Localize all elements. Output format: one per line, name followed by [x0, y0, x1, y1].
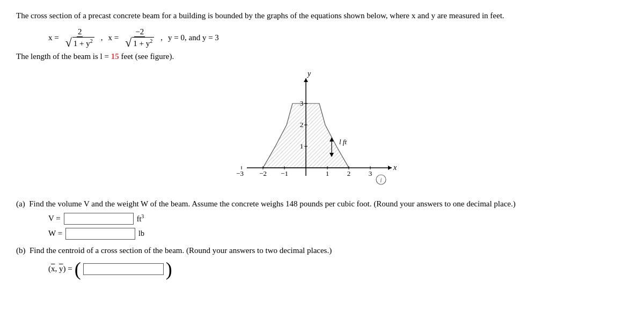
eq2-sqrt-content: 1 + y2: [132, 37, 154, 48]
v-label: V =: [48, 214, 61, 223]
y-label-1: 1: [300, 142, 304, 150]
part-b-text: Find the centroid of a cross section of …: [30, 246, 332, 255]
x-axis-arrow: [388, 166, 392, 170]
part-a-text: Find the volume V and the weight W of th…: [29, 199, 516, 208]
x-axis-label: x: [393, 164, 397, 172]
right-paren: ): [166, 259, 172, 279]
x-label--2: −2: [259, 169, 267, 177]
centroid-row: (x, y) = ( ): [48, 259, 628, 279]
l-ft-label: l ft: [339, 138, 347, 146]
graph-container: x y −3 −2 −1 1 2 3 1: [16, 69, 628, 192]
y-label-3: 3: [300, 99, 304, 107]
x-label--1: −1: [281, 169, 288, 177]
length-line: The length of the beam is l = 15 feet (s…: [16, 52, 628, 61]
v-row: V = ft3: [48, 213, 628, 225]
sqrt-symbol-1: √: [65, 37, 72, 49]
eq-conditions: y = 0, and y = 3: [168, 33, 219, 42]
eq1-sqrt-content: 1 + y2: [72, 37, 94, 48]
y-axis-arrow: [304, 78, 308, 82]
w-unit: lb: [138, 229, 144, 238]
info-icon-label: i: [380, 176, 382, 184]
part-b-section: (b) Find the centroid of a cross section…: [16, 246, 628, 279]
eq1-numerator: 2: [77, 27, 83, 37]
w-input[interactable]: [65, 228, 135, 240]
part-a-label: (a) Find the volume V and the weight W o…: [16, 199, 628, 209]
length-prefix: The length of the beam is l =: [16, 52, 111, 61]
w-label: W =: [48, 229, 62, 238]
equations-row: x = 2 √ 1 + y2 , x = −2 √ 1 + y2 , y = 0…: [48, 27, 628, 49]
eq2-denominator: √ 1 + y2: [124, 37, 155, 49]
y-label-2: 2: [300, 121, 304, 129]
eq1-comma: ,: [101, 33, 103, 42]
v-unit: ft3: [137, 213, 144, 224]
y-axis-label: y: [306, 70, 311, 78]
part-a-section: (a) Find the volume V and the weight W o…: [16, 199, 628, 240]
w-row: W = lb: [48, 228, 628, 240]
part-b-letter: (b): [16, 246, 26, 255]
x-label-2: 2: [347, 169, 351, 177]
graph-svg: x y −3 −2 −1 1 2 3 1: [236, 69, 408, 192]
eq2-x-label: x =: [108, 33, 119, 42]
x-label-3: 3: [369, 169, 372, 177]
eq1-x-label: x =: [48, 33, 59, 42]
intro-text: The cross section of a precast concrete …: [16, 10, 628, 22]
eq2-comma: ,: [160, 33, 163, 42]
sqrt-symbol-2: √: [125, 37, 131, 49]
centroid-input[interactable]: [83, 263, 164, 275]
x-label--3: −3: [236, 169, 244, 177]
eq1-fraction: 2 √ 1 + y2: [64, 27, 96, 49]
x-label-1: 1: [326, 169, 330, 177]
length-value: 15: [111, 52, 119, 61]
eq2-fraction: −2 √ 1 + y2: [124, 27, 155, 49]
part-b-label: (b) Find the centroid of a cross section…: [16, 246, 628, 255]
length-suffix: feet (see figure).: [119, 52, 174, 61]
eq2-numerator: −2: [134, 27, 145, 37]
eq1-denominator: √ 1 + y2: [64, 37, 96, 49]
graph-area: x y −3 −2 −1 1 2 3 1: [236, 69, 408, 192]
v-input[interactable]: [64, 213, 134, 225]
centroid-label: (x, y) =: [48, 264, 72, 273]
part-a-letter: (a): [16, 199, 25, 208]
left-paren: (: [75, 259, 81, 279]
